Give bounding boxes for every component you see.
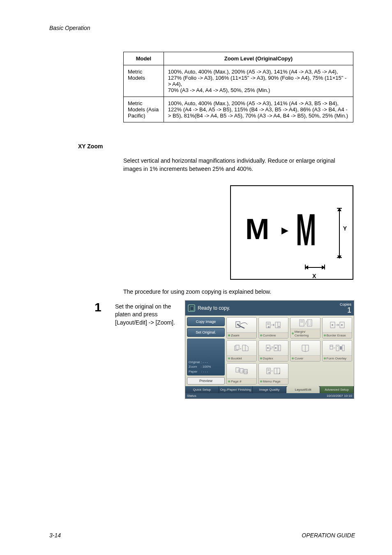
svg-point-17 <box>332 324 333 326</box>
memo-page-option[interactable]: Memo Page <box>258 363 289 385</box>
arrow-right-icon: ▶ <box>281 225 288 236</box>
xy-zoom-diagram: M ▶ M Y X <box>230 185 353 280</box>
svg-point-8 <box>279 326 280 327</box>
status-label: Status <box>187 394 196 398</box>
table-cell-model: Metric Models <box>124 65 164 97</box>
tab-quick-setup[interactable]: Quick Setup <box>185 386 219 393</box>
y-axis-label: Y <box>343 225 347 232</box>
preview-button[interactable]: Preview <box>187 377 225 385</box>
booklet-option[interactable]: Booklet <box>226 340 257 362</box>
svg-text:-2-: -2- <box>241 370 244 373</box>
svg-text:/: / <box>305 320 307 326</box>
svg-point-24 <box>267 347 269 349</box>
form-overlay-option[interactable]: Form Overlay <box>322 340 353 362</box>
margin-option[interactable]: / Margin/ Centering <box>290 317 321 339</box>
x-axis-label: X <box>312 273 316 279</box>
svg-point-45 <box>269 372 270 373</box>
intro-text: Select vertical and horizontal magnifica… <box>123 157 353 173</box>
page-number-icon: -1--2--3- <box>227 364 256 378</box>
tab-org-paper[interactable]: Org./Paper/ Finishing <box>219 386 253 393</box>
table-cell-model: Metric Models (Asia Pacific) <box>124 97 164 122</box>
svg-point-31 <box>332 346 332 347</box>
svg-point-5 <box>268 326 270 328</box>
table-row: Metric Models (Asia Pacific) 100%, Auto,… <box>124 97 353 122</box>
svg-rect-9 <box>300 320 304 326</box>
panel-title-text: Ready to copy. <box>198 305 230 311</box>
combine-option[interactable]: Combine <box>258 317 289 339</box>
svg-point-19 <box>341 324 343 326</box>
tab-advanced-setup[interactable]: Advanced Setup <box>320 386 354 393</box>
zoom-option[interactable]: Zoom <box>226 317 257 339</box>
table-head-model: Model <box>124 52 164 65</box>
procedure-text: The procedure for using zoom copying is … <box>123 288 353 296</box>
tab-layout-edit[interactable]: Layout/Edit <box>286 386 320 393</box>
svg-text:-3-: -3- <box>245 371 248 373</box>
svg-point-30 <box>330 346 331 347</box>
step-text: Set the original on the platen and press… <box>115 300 181 327</box>
svg-point-26 <box>275 347 277 349</box>
section-heading-xy-zoom: XY Zoom <box>78 143 355 150</box>
copy-mode-icon <box>188 304 195 312</box>
svg-text:-1-: -1- <box>237 369 240 372</box>
table-cell-zoom: 100%, Auto, 400% (Max.), 200% (A5 -> A3)… <box>164 97 353 122</box>
margin-icon: / <box>291 318 320 329</box>
diagram-m-original: M <box>245 213 269 246</box>
cover-option[interactable]: Cover <box>290 340 321 362</box>
footer-guide: OPERATION GUIDE <box>302 532 355 539</box>
diagram-m-scaled: M <box>296 205 316 256</box>
tab-image-quality[interactable]: Image Quality <box>253 386 286 393</box>
page-header: Basic Operation <box>49 25 355 31</box>
set-original-button[interactable]: Set Original. <box>187 328 225 337</box>
svg-rect-29 <box>330 345 333 349</box>
table-row: Metric Models 100%, Auto, 400% (Max.), 2… <box>124 65 353 97</box>
border-erase-option[interactable]: Border Erase <box>322 317 353 339</box>
table-cell-zoom: 100%, Auto, 400% (Max.), 200% (A5 -> A3)… <box>164 65 353 97</box>
combine-icon <box>259 318 288 332</box>
x-axis-arrow-icon <box>306 267 324 268</box>
step-number: 1 <box>95 300 115 314</box>
duplex-option[interactable]: Duplex <box>258 340 289 362</box>
svg-rect-42 <box>267 368 270 374</box>
page-number: 3-14 <box>49 532 61 539</box>
memo-page-icon <box>259 364 288 378</box>
y-axis-arrow-icon <box>339 209 340 258</box>
svg-rect-35 <box>342 345 344 351</box>
svg-rect-21 <box>236 345 239 350</box>
svg-rect-34 <box>340 346 342 350</box>
border-erase-icon <box>323 318 352 332</box>
svg-rect-13 <box>307 320 312 326</box>
copies-value: 1 <box>340 306 351 314</box>
cover-icon <box>291 341 320 355</box>
table-head-zoom: Zoom Level (OriginalCopy) <box>164 52 353 65</box>
form-overlay-icon <box>323 341 352 355</box>
panel-titlebar: Ready to copy. Copies 1 <box>185 301 354 315</box>
duplex-icon <box>259 341 288 355</box>
status-datetime: 10/10/2007 10:10 <box>327 394 352 398</box>
zoom-icon <box>227 318 256 332</box>
svg-rect-27 <box>279 345 281 351</box>
svg-rect-32 <box>336 345 339 351</box>
copy-panel: Ready to copy. Copies 1 Copy Image Set O… <box>185 300 354 399</box>
zoom-level-table: Model Zoom Level (OriginalCopy) Metric M… <box>123 52 353 122</box>
page-number-option[interactable]: -1--2--3- Page # <box>226 363 257 385</box>
copy-image-button[interactable]: Copy Image <box>187 317 225 326</box>
booklet-icon <box>227 341 256 355</box>
side-info: Original : - - - Zoom : 100% Paper : - -… <box>187 339 225 375</box>
